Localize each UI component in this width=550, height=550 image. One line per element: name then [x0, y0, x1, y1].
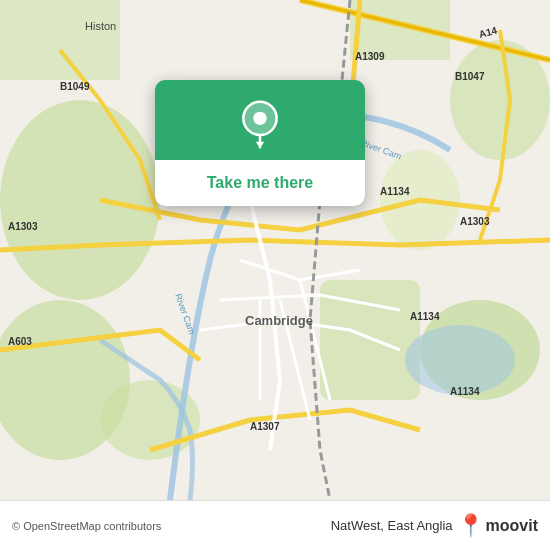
svg-text:A1134: A1134: [410, 311, 440, 322]
svg-text:A1134: A1134: [450, 386, 480, 397]
map-attribution: © OpenStreetMap contributors: [12, 520, 161, 532]
location-pin-icon: [235, 100, 285, 150]
svg-text:B1049: B1049: [60, 81, 90, 92]
svg-point-28: [253, 112, 266, 125]
map-container: A14 A1309 B1047 B1049 A1303 A1303 A1134 …: [0, 0, 550, 500]
svg-point-10: [405, 325, 515, 395]
take-me-there-button[interactable]: Take me there: [155, 160, 365, 206]
svg-text:A1309: A1309: [355, 51, 385, 62]
moovit-pin-icon: 📍: [457, 513, 484, 539]
svg-rect-6: [0, 0, 120, 80]
svg-text:A1307: A1307: [250, 421, 280, 432]
svg-text:B1047: B1047: [455, 71, 485, 82]
moovit-brand-name: moovit: [486, 517, 538, 535]
svg-point-1: [0, 100, 160, 300]
bottom-right-section: NatWest, East Anglia 📍 moovit: [331, 513, 538, 539]
svg-text:Cambridge: Cambridge: [245, 313, 313, 328]
svg-text:A1303: A1303: [8, 221, 38, 232]
svg-text:A603: A603: [8, 336, 32, 347]
svg-text:A1134: A1134: [380, 186, 410, 197]
svg-text:Histon: Histon: [85, 20, 116, 32]
bottom-bar: © OpenStreetMap contributors NatWest, Ea…: [0, 500, 550, 550]
svg-text:A1303: A1303: [460, 216, 490, 227]
moovit-logo: 📍 moovit: [457, 513, 538, 539]
popup-card: Take me there: [155, 80, 365, 206]
location-name: NatWest, East Anglia: [331, 518, 453, 533]
popup-icon-area: [215, 80, 305, 160]
